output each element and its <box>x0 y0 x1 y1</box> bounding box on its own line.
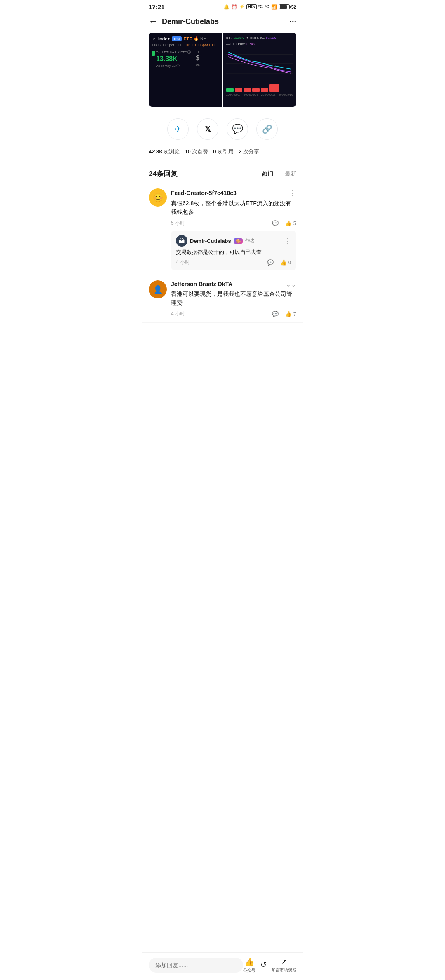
tab-test: Test <box>172 36 182 41</box>
like-icon-2: 👍 <box>285 311 292 317</box>
comment-row-1: 😊 Feed-Creator-5f7c410c3 ⋮ 真假62.8枚，整个香港以… <box>149 188 296 227</box>
like-count-2: 7 <box>293 311 296 317</box>
date-3: 2024/05/13 <box>261 93 276 96</box>
comment-time-2: 4 小时 <box>171 310 185 317</box>
signal-2g: ²G <box>258 5 263 9</box>
comment-header-2: Jefferson Braatz DkTA ⌄⌄ <box>171 280 296 288</box>
fire-icon: 🔥 <box>194 36 199 41</box>
twitter-icon: 𝕏 <box>205 125 211 134</box>
reply-actions-1-1: 💬 👍 0 <box>267 259 291 266</box>
signal-5g: ⁵G <box>265 5 269 9</box>
reply-icon-1: 💬 <box>272 220 279 226</box>
sort-new-button[interactable]: 最新 <box>285 170 296 178</box>
comment-meta-2: 4 小时 💬 👍 7 <box>171 310 296 317</box>
comment-reply-btn-1[interactable]: 💬 <box>272 220 279 226</box>
notification-icon: 🔔 <box>223 4 230 10</box>
comment-actions-header-2: ⌄⌄ <box>286 280 296 288</box>
reply-reply-icon-1-1: 💬 <box>267 259 274 266</box>
reply-header-1-1: 🏔 Demir-Cutielabs 🎨 作者 ⋮ <box>176 235 291 247</box>
eth-stat-date: As of May 22 ⓘ <box>156 63 191 68</box>
expand-button-2[interactable]: ⌄⌄ <box>286 280 296 288</box>
reply-name-area-1-1: 🏔 Demir-Cutielabs 🎨 作者 <box>176 235 255 247</box>
reply-more-1-1[interactable]: ⋮ <box>284 236 291 245</box>
reply-avatar-1-1: 🏔 <box>176 235 187 247</box>
reply-reply-btn-1-1[interactable]: 💬 <box>267 259 274 266</box>
usd-stat-block: To $ As <box>196 50 199 68</box>
reply-name-1-1: Demir-Cutielabs <box>190 238 231 244</box>
alarm-icon: ⏰ <box>231 4 237 10</box>
eth-stat-block: Total ETH in HK ETF ⓘ 13.38K As of May 2… <box>156 50 191 68</box>
comment-item-1: 😊 Feed-Creator-5f7c410c3 ⋮ 真假62.8枚，整个香港以… <box>142 183 303 275</box>
comment-like-btn-1[interactable]: 👍 5 <box>285 220 296 226</box>
eth-subtab: HK ETH Spot ETF <box>186 43 216 47</box>
author-label-1-1: 作者 <box>245 237 255 244</box>
btc-subtab: HK BTC Spot ETF <box>152 43 183 47</box>
comments-count: 24条回复 <box>149 169 178 179</box>
comment-item-2: 👤 Jefferson Braatz DkTA ⌄⌄ 香港可以要现货，是我我也不… <box>142 275 303 323</box>
comment-text-2: 香港可以要现货，是我我也不愿意给基金公司管理费 <box>171 290 296 307</box>
reply-meta-1-1: 4 小时 💬 👍 0 <box>176 259 291 266</box>
bar-4 <box>252 88 260 92</box>
bottom-spacer <box>142 323 303 356</box>
more-button[interactable]: ··· <box>289 17 296 26</box>
avatar-icon-1: 😊 <box>153 193 163 202</box>
bar-5 <box>261 88 268 92</box>
usd-stat-date: As <box>196 63 199 66</box>
commenter-name-1: Feed-Creator-5f7c410c3 <box>171 190 237 196</box>
reply-avatar-icon-1-1: 🏔 <box>179 237 185 244</box>
telegram-icon: ✈ <box>175 124 182 134</box>
comment-like-btn-2[interactable]: 👍 7 <box>285 311 296 317</box>
whatsapp-share-button[interactable]: 💬 <box>227 118 248 140</box>
reply-like-btn-1-1[interactable]: 👍 0 <box>280 259 291 266</box>
bar-3 <box>244 88 251 92</box>
commenter-name-2: Jefferson Braatz DkTA <box>171 281 232 287</box>
verified-badge-1-1: 🎨 <box>234 238 243 244</box>
telegram-share-button[interactable]: ✈ <box>167 118 189 140</box>
comment-body-2: Jefferson Braatz DkTA ⌄⌄ 香港可以要现货，是我我也不愿意… <box>171 280 296 317</box>
tab-etf: ETF <box>183 36 192 41</box>
comment-actions-1: 💬 👍 5 <box>272 220 296 226</box>
hd-badge: HD₂ <box>246 4 256 9</box>
bluetooth-icon: ⚡ <box>239 4 245 9</box>
comment-meta-1: 5 小时 💬 👍 5 <box>171 220 296 227</box>
quotes-stat: 0 次引用 <box>213 148 234 155</box>
time: 17:21 <box>149 3 164 10</box>
usd-stat-value: $ <box>196 54 199 62</box>
bar-1 <box>226 88 234 92</box>
back-button[interactable]: ← <box>149 16 158 27</box>
battery-icon <box>279 4 290 9</box>
chart-svg: SoSoValue <box>226 47 293 80</box>
tab-bar: s Index Test ETF 🔥 NF <box>152 36 219 41</box>
likes-stat: 10 次点赞 <box>185 148 208 155</box>
tab-index: Index <box>158 36 170 41</box>
twitter-share-button[interactable]: 𝕏 <box>197 118 218 140</box>
tab-s: s <box>152 36 157 41</box>
sort-buttons: 热门 | 最新 <box>262 170 296 178</box>
chart-legend: h i... 13.38K ● Total Net... 50.22M — ET… <box>226 36 293 46</box>
reply-time-1-1: 4 小时 <box>176 259 190 266</box>
like-icon-1: 👍 <box>285 220 292 226</box>
comment-body-1: Feed-Creator-5f7c410c3 ⋮ 真假62.8枚，整个香港以太坊… <box>171 188 296 227</box>
etf-left-panel: s Index Test ETF 🔥 NF HK BTC Spot ETF HK… <box>149 33 222 107</box>
reply-text-1-1: 交易数据都是公开的，可以自己去查 <box>176 248 291 256</box>
reply-icon-2: 💬 <box>272 311 279 317</box>
copy-link-button[interactable]: 🔗 <box>256 118 278 140</box>
comments-header: 24条回复 热门 | 最新 <box>142 162 303 183</box>
page-title: Demir-Cutielabs <box>162 17 219 26</box>
avatar-1: 😊 <box>149 188 167 207</box>
comment-reply-btn-2[interactable]: 💬 <box>272 311 279 317</box>
reply-like-count-1-1: 0 <box>288 259 291 266</box>
link-icon: 🔗 <box>262 124 272 134</box>
comment-row-2: 👤 Jefferson Braatz DkTA ⌄⌄ 香港可以要现货，是我我也不… <box>149 280 296 317</box>
chart-right-panel: h i... 13.38K ● Total Net... 50.22M — ET… <box>223 33 296 107</box>
flow-indicator <box>152 51 155 56</box>
sort-divider: | <box>278 171 280 177</box>
share-buttons-row: ✈ 𝕏 💬 🔗 <box>142 112 303 146</box>
sort-hot-button[interactable]: 热门 <box>262 170 273 178</box>
comment-text-1: 真假62.8枚，整个香港以太坊ETF流入的还没有我钱包多 <box>171 199 296 216</box>
page-header: ← Demir-Cutielabs ··· <box>142 12 303 31</box>
date-1: 2024/05/07 <box>226 93 241 96</box>
comment-more-1[interactable]: ⋮ <box>289 188 296 197</box>
etf-subtabs: HK BTC Spot ETF HK ETH Spot ETF <box>152 43 219 47</box>
usd-stat-label: To <box>196 50 199 54</box>
